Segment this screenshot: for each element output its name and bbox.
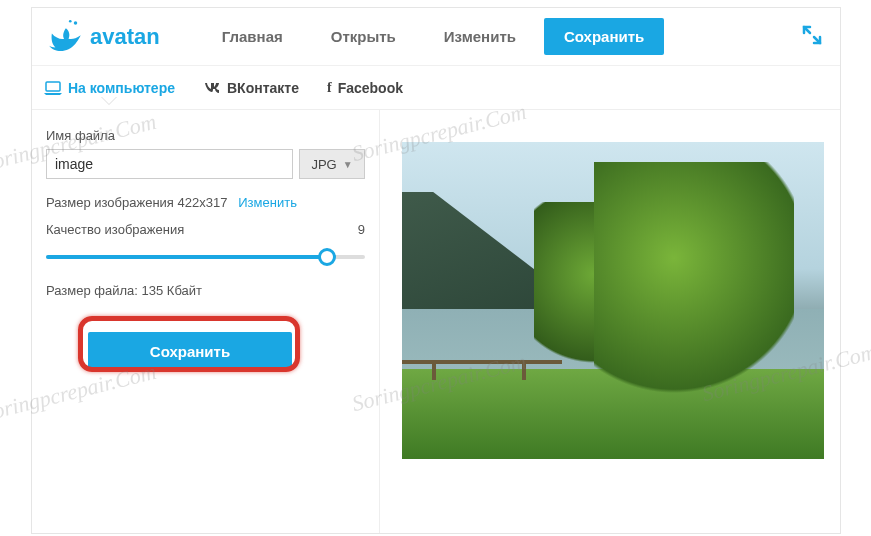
filesize-value: 135 Кбайт	[142, 283, 202, 298]
vk-icon	[203, 81, 221, 95]
facebook-icon: f	[327, 80, 332, 96]
filename-input[interactable]	[46, 149, 293, 179]
dimensions-prefix: Размер изображения	[46, 195, 178, 210]
slider-thumb[interactable]	[318, 248, 336, 266]
save-panel: Имя файла JPG ▼ Размер изображения 422x3…	[32, 110, 380, 533]
save-button[interactable]: Сохранить	[88, 332, 292, 370]
nav-home[interactable]: Главная	[202, 18, 303, 55]
subtab-facebook[interactable]: f Facebook	[327, 80, 403, 96]
filesize-prefix: Размер файла:	[46, 283, 142, 298]
change-dimensions-link[interactable]: Изменить	[238, 195, 297, 210]
preview-image	[402, 142, 824, 459]
filesize-row: Размер файла: 135 Кбайт	[46, 283, 365, 298]
quality-slider[interactable]	[46, 245, 365, 269]
svg-rect-2	[46, 82, 60, 91]
nav-edit[interactable]: Изменить	[424, 18, 536, 55]
brand-logo[interactable]: avatan	[44, 18, 160, 56]
quality-value: 9	[358, 222, 365, 237]
subtab-vk-label: ВКонтакте	[227, 80, 299, 96]
subtab-facebook-label: Facebook	[338, 80, 403, 96]
quality-label: Качество изображения	[46, 222, 184, 237]
laptop-icon	[44, 81, 62, 95]
format-select[interactable]: JPG ▼	[299, 149, 365, 179]
dimensions-value: 422x317	[178, 195, 228, 210]
nav-save[interactable]: Сохранить	[544, 18, 664, 55]
whale-icon	[44, 18, 86, 56]
slider-fill	[46, 255, 327, 259]
nav-open[interactable]: Открыть	[311, 18, 416, 55]
filename-label: Имя файла	[46, 128, 365, 143]
svg-point-0	[74, 21, 78, 25]
preview-area	[380, 110, 840, 533]
dimensions-row: Размер изображения 422x317 Изменить	[46, 195, 365, 210]
subtab-vk[interactable]: ВКонтакте	[203, 80, 299, 96]
svg-point-1	[69, 19, 72, 22]
brand-text: avatan	[90, 24, 160, 50]
fullscreen-icon[interactable]	[796, 19, 828, 55]
chevron-down-icon: ▼	[343, 159, 353, 170]
subtab-computer-label: На компьютере	[68, 80, 175, 96]
subtab-computer[interactable]: На компьютере	[44, 80, 175, 96]
format-value: JPG	[311, 157, 336, 172]
